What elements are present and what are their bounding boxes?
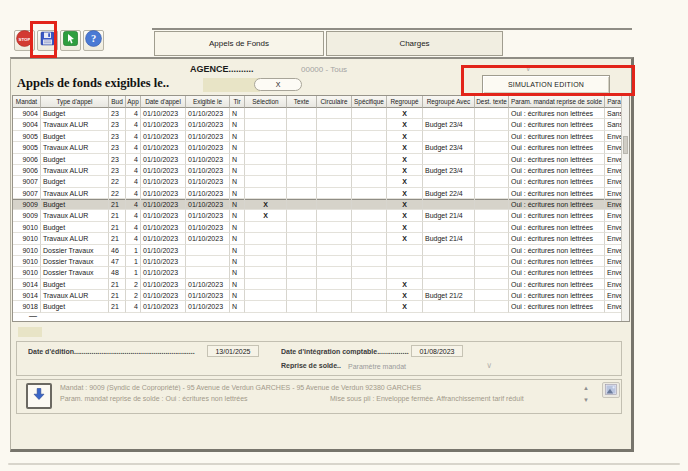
apply-selection-button[interactable] [26, 383, 52, 409]
table-cell: Budget [41, 154, 109, 165]
scroll-up-arrow[interactable]: ▲ [580, 384, 592, 392]
arrow-down-icon [31, 386, 47, 406]
table-row[interactable]: 9014Travaux ALUR21201/10/202301/10/2023N… [13, 290, 629, 301]
table-row[interactable]: 9004Travaux ALUR23401/10/202301/10/2023N… [13, 119, 629, 130]
simulation-edition-button[interactable]: SIMULATION EDITION [482, 75, 610, 94]
table-cell: Oui : écritures non lettrées [509, 256, 605, 267]
table-cell: 23 [109, 142, 126, 153]
table-row[interactable]: 9014Budget21201/10/202301/10/2023NXOui :… [13, 279, 629, 290]
table-row[interactable]: 9005Budget23401/10/202301/10/2023NXOui :… [13, 131, 629, 142]
table-row[interactable]: 9006Budget23401/10/202301/10/2023NXOui :… [13, 154, 629, 165]
column-header[interactable]: Param. mandat reprise de solde [509, 96, 605, 108]
scroll-down-arrow[interactable]: ▼ [580, 396, 592, 404]
table-cell: Budget [41, 222, 109, 233]
table-cell [423, 301, 475, 312]
select-pointer-button[interactable] [60, 30, 81, 51]
table-cell [475, 210, 509, 221]
table-row[interactable]: 9006Travaux ALUR23401/10/202301/10/2023N… [13, 165, 629, 176]
reprise-selected-value: Paramètre mandat [348, 363, 406, 370]
edition-date-value[interactable]: 13/01/2025 [207, 345, 259, 357]
table-row[interactable]: 9009Travaux ALUR21401/10/202301/10/2023N… [13, 210, 629, 221]
table-cell: N [230, 267, 245, 278]
column-header[interactable]: Spécifique [352, 96, 387, 108]
table-cell: X [387, 233, 423, 244]
table-cell: Budget 21/2 [423, 290, 475, 301]
table-cell: 23 [109, 108, 126, 119]
table-cell: 2 [126, 279, 141, 290]
stop-button[interactable]: STOP [14, 30, 35, 51]
table-row[interactable]: 9010Budget21401/10/202301/10/2023NXOui :… [13, 222, 629, 233]
table-cell: Budget 23/4 [423, 165, 475, 176]
column-header[interactable]: Regroupé Avec [423, 96, 475, 108]
column-header[interactable]: Circulaire [317, 96, 352, 108]
table-cell: Travaux ALUR [41, 188, 109, 199]
svg-text:?: ? [91, 33, 96, 44]
table-cell: N [230, 222, 245, 233]
table-row[interactable]: 9005Travaux ALUR23401/10/202301/10/2023N… [13, 142, 629, 153]
preview-button[interactable] [602, 382, 620, 398]
table-cell: Oui : écritures non lettrées [509, 222, 605, 233]
table-cell [317, 279, 352, 290]
table-cell: 01/10/2023 [141, 188, 186, 199]
table-row[interactable]: 9010Travaux ALUR21401/10/202301/10/2023N… [13, 233, 629, 244]
table-row[interactable]: 9004Budget23401/10/202301/10/2023NXOui :… [13, 108, 629, 119]
table-row[interactable]: 9007Travaux ALUR22401/10/202301/10/2023N… [13, 188, 629, 199]
column-header[interactable]: Bud [109, 96, 126, 108]
table-cell [423, 222, 475, 233]
table-cell [352, 142, 387, 153]
table-cell: N [230, 108, 245, 119]
table-cell [245, 176, 287, 187]
table-cell: 4 [126, 108, 141, 119]
help-button[interactable]: ? [83, 30, 104, 51]
table-cell: N [230, 210, 245, 221]
table-cell [475, 290, 509, 301]
agence-selected-value: 00000 - Tous [301, 65, 347, 74]
table-cell: 9007 [13, 176, 41, 187]
table-cell: Travaux ALUR [41, 210, 109, 221]
table-cell: 4 [126, 188, 141, 199]
tab-label: Appels de Fonds [209, 39, 269, 48]
reprise-select[interactable]: Paramètre mandat ∨ [345, 360, 495, 372]
table-cell [475, 108, 509, 119]
tab-appels-de-fonds[interactable]: Appels de Fonds [154, 31, 324, 56]
column-header[interactable]: Type d'appel [41, 96, 109, 108]
column-header[interactable]: App [126, 96, 141, 108]
column-header[interactable]: Regroupé [387, 96, 423, 108]
vertical-scrollbar[interactable] [621, 96, 629, 321]
table-row[interactable]: 9010Dossier Travaux46101/10/2023NOui : é… [13, 245, 629, 256]
table-row[interactable]: 9007Budget22401/10/202301/10/2023NXOui :… [13, 176, 629, 187]
table-row[interactable]: 9009Budget21401/10/202301/10/2023NXXOui … [13, 199, 629, 210]
status-line-2-right: Mise sous pli : Enveloppe fermée. Affran… [330, 395, 524, 402]
integration-date-value[interactable]: 01/08/2023 [411, 345, 463, 357]
column-header[interactable]: Dest. texte [475, 96, 509, 108]
table-cell [287, 233, 317, 244]
table-cell: Budget 22/4 [423, 188, 475, 199]
column-header[interactable]: Mandat [13, 96, 41, 108]
table-header: MandatType d'appelBudAppDate d'appelExig… [13, 96, 629, 108]
column-header[interactable]: Date d'appel [141, 96, 186, 108]
exigible-date-input[interactable] [203, 78, 260, 92]
mini-field[interactable] [18, 327, 42, 337]
table-row[interactable]: 9010Dossier Travaux47101/10/2023NOui : é… [13, 256, 629, 267]
tab-charges[interactable]: Charges [326, 31, 503, 56]
table-row[interactable]: 9018Budget21401/10/202301/10/2023NXOui :… [13, 301, 629, 312]
scrollbar-thumb[interactable] [623, 136, 628, 154]
table-cell [287, 131, 317, 142]
table-cell [245, 279, 287, 290]
table-cell: 21 [109, 222, 126, 233]
table-cell: 21 [109, 301, 126, 312]
table-cell [352, 131, 387, 142]
save-button[interactable] [37, 30, 58, 51]
column-header[interactable]: Texte [287, 96, 317, 108]
table-cell [423, 245, 475, 256]
column-header[interactable]: Exigible le [186, 96, 230, 108]
table-cell: 9014 [13, 279, 41, 290]
table-cell: Oui : écritures non lettrées [509, 301, 605, 312]
column-header[interactable]: Sélection [245, 96, 287, 108]
table-cell: 2 [126, 290, 141, 301]
page-title: Appels de fonds exigibles le.. [17, 76, 169, 91]
table-row[interactable]: 9010Dossier Travaux48101/10/2023NOui : é… [13, 267, 629, 278]
agence-select[interactable]: 00000 - Tous ∨ [298, 62, 534, 76]
column-header[interactable]: Tir [230, 96, 245, 108]
clear-date-button[interactable]: X [254, 78, 302, 91]
